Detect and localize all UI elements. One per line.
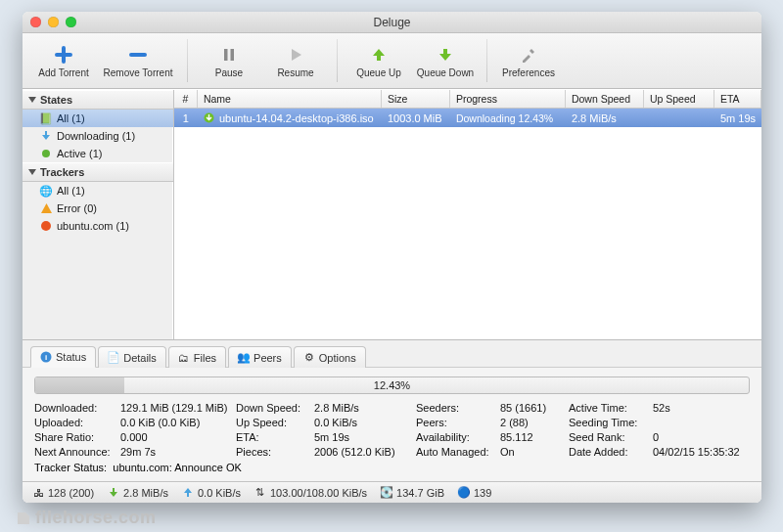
table-row[interactable]: 1 ubuntu-14.04.2-desktop-i386.iso 1003.0… <box>174 109 761 127</box>
col-progress[interactable]: Progress <box>450 90 566 108</box>
arrow-up-blue-icon <box>182 487 194 499</box>
minus-icon <box>128 44 148 66</box>
progress-percent: 12.43% <box>35 377 749 393</box>
label-pieces: Pieces: <box>236 446 314 458</box>
value-eta: 5m 19s <box>314 431 416 443</box>
tab-files[interactable]: 🗂Files <box>168 346 226 368</box>
titlebar: Deluge <box>23 12 761 33</box>
sidebar-section-states[interactable]: States <box>23 90 173 110</box>
sidebar-item-active[interactable]: Active (1) <box>23 145 173 162</box>
svg-point-2 <box>42 150 50 157</box>
statusbar: 🖧128 (200) 2.8 MiB/s 0.0 KiB/s ⇅103.00/1… <box>23 481 761 503</box>
svg-text:i: i <box>45 353 47 362</box>
label-uploaded: Uploaded: <box>34 417 120 428</box>
value-date-added: 04/02/15 15:35:32 <box>653 446 750 458</box>
value-share-ratio: 0.000 <box>120 431 236 443</box>
value-seed-rank: 0 <box>653 431 750 443</box>
status-free-space[interactable]: 💽134.7 GiB <box>381 487 444 499</box>
info-icon: i <box>40 351 52 363</box>
minimize-icon[interactable] <box>48 17 59 27</box>
col-num[interactable]: # <box>174 90 198 108</box>
value-uploaded: 0.0 KiB (0.0 KiB) <box>120 417 236 428</box>
status-grid: Downloaded:129.1 MiB (129.1 MiB) Down Sp… <box>34 402 750 458</box>
main-area: States 📗All (1) Downloading (1) Active (… <box>23 89 761 339</box>
sidebar-item-tracker-error[interactable]: Error (0) <box>23 200 173 217</box>
download-icon <box>40 130 52 142</box>
pause-button[interactable]: Pause <box>196 36 262 85</box>
pause-icon <box>221 44 237 66</box>
label-down-speed: Down Speed: <box>236 402 314 414</box>
svg-point-3 <box>41 221 51 231</box>
globe-icon: 🌐 <box>40 185 52 197</box>
watermark: filehorse.com <box>14 508 157 528</box>
filehorse-icon <box>14 509 33 528</box>
tab-peers[interactable]: 👥Peers <box>228 346 292 368</box>
sidebar-item-tracker-ubuntu[interactable]: ubuntu.com (1) <box>23 217 173 235</box>
chevron-down-icon <box>28 97 36 103</box>
label-date-added: Date Added: <box>569 446 653 458</box>
status-down-speed[interactable]: 2.8 MiB/s <box>108 487 168 499</box>
details-pane: iStatus 📄Details 🗂Files 👥Peers ⚙Options … <box>23 339 761 503</box>
preferences-button[interactable]: Preferences <box>495 36 562 85</box>
separator <box>187 39 188 82</box>
plus-icon <box>54 44 73 66</box>
tab-status[interactable]: iStatus <box>30 346 96 368</box>
value-next-announce: 29m 7s <box>120 446 236 458</box>
sidebar-item-tracker-all[interactable]: 🌐All (1) <box>23 182 173 200</box>
cell-down-speed: 2.8 MiB/s <box>566 112 644 124</box>
arrow-down-icon <box>437 44 454 66</box>
status-dht[interactable]: 🔵139 <box>458 487 491 499</box>
swap-icon: ⇅ <box>254 487 266 499</box>
zoom-icon[interactable] <box>66 17 76 27</box>
value-active-time: 52s <box>653 402 750 414</box>
warning-icon <box>40 202 52 214</box>
status-ratio[interactable]: ⇅103.00/108.00 KiB/s <box>254 487 367 499</box>
torrent-list: # Name Size Progress Down Speed Up Speed… <box>174 90 761 339</box>
add-torrent-button[interactable]: Add Torrent <box>30 36 97 85</box>
value-auto-managed: On <box>500 446 569 458</box>
sidebar-section-trackers[interactable]: Trackers <box>23 162 173 182</box>
queue-up-button[interactable]: Queue Up <box>345 36 412 85</box>
status-up-speed[interactable]: 0.0 KiB/s <box>182 487 241 499</box>
value-downloaded: 129.1 MiB (129.1 MiB) <box>120 402 236 414</box>
sidebar-item-downloading[interactable]: Downloading (1) <box>23 127 173 145</box>
label-next-announce: Next Announce: <box>34 446 120 458</box>
status-connections[interactable]: 🖧128 (200) <box>32 487 94 499</box>
table-header: # Name Size Progress Down Speed Up Speed… <box>174 90 761 109</box>
queue-down-button[interactable]: Queue Down <box>412 36 479 85</box>
tab-options[interactable]: ⚙Options <box>294 346 366 368</box>
disk-icon: 💽 <box>381 487 392 499</box>
tools-icon <box>520 44 537 66</box>
col-eta[interactable]: ETA <box>714 90 761 108</box>
sidebar-item-all[interactable]: 📗All (1) <box>23 110 173 127</box>
svg-rect-0 <box>224 49 228 61</box>
col-up-speed[interactable]: Up Speed <box>644 90 714 108</box>
label-availability: Availability: <box>416 431 500 443</box>
table-body: 1 ubuntu-14.04.2-desktop-i386.iso 1003.0… <box>174 109 761 339</box>
downloading-icon <box>204 112 215 124</box>
label-downloaded: Downloaded: <box>34 402 120 414</box>
cell-progress: Downloading 12.43% <box>450 112 566 124</box>
window-controls <box>30 17 76 27</box>
label-peers: Peers: <box>416 417 500 428</box>
remove-torrent-button[interactable]: Remove Torrent <box>97 36 179 85</box>
cell-name: ubuntu-14.04.2-desktop-i386.iso <box>198 112 382 124</box>
resume-button[interactable]: Resume <box>262 36 329 85</box>
files-icon: 🗂 <box>178 352 190 364</box>
app-window: Deluge Add Torrent Remove Torrent Pause … <box>23 12 761 503</box>
col-name[interactable]: Name <box>198 90 382 108</box>
close-icon[interactable] <box>30 17 41 27</box>
value-seeders: 85 (1661) <box>500 402 569 414</box>
value-peers: 2 (88) <box>500 417 569 428</box>
value-up-speed: 0.0 KiB/s <box>314 417 416 428</box>
tab-details[interactable]: 📄Details <box>98 346 166 368</box>
label-eta: ETA: <box>236 431 314 443</box>
label-seed-rank: Seed Rank: <box>569 431 653 443</box>
label-share-ratio: Share Ratio: <box>34 431 120 443</box>
ubuntu-icon <box>40 220 52 232</box>
progress-bar: 12.43% <box>34 377 750 394</box>
gear-icon: ⚙ <box>303 352 315 364</box>
col-size[interactable]: Size <box>382 90 450 108</box>
value-pieces: 2006 (512.0 KiB) <box>314 446 416 458</box>
col-down-speed[interactable]: Down Speed <box>566 90 644 108</box>
